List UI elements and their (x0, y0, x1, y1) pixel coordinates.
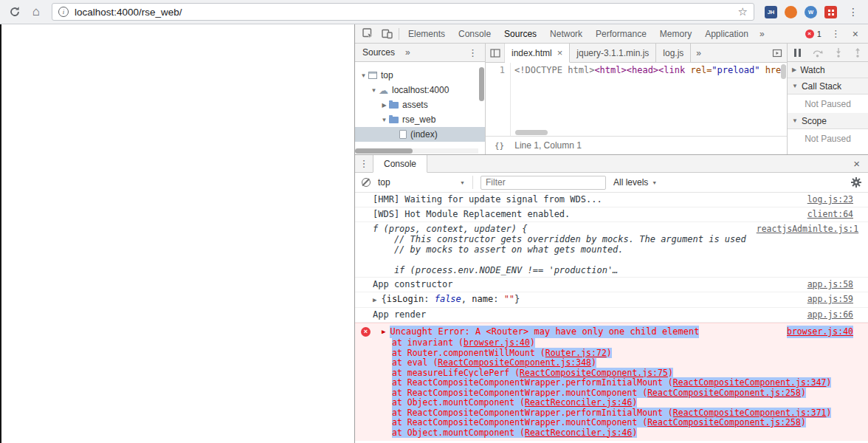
tab-close-icon[interactable]: × (557, 47, 563, 58)
home-button[interactable]: ⌂ (27, 3, 45, 21)
tree-expand-arrow-icon[interactable]: ▼ (370, 87, 378, 94)
devtools-tab-console[interactable]: Console (452, 24, 497, 43)
editor-tab-jquery-3-1-1-min-js[interactable]: jquery-3.1.1.min.js (570, 44, 656, 62)
tree-item-top[interactable]: ▼top (355, 68, 485, 83)
extension-icon-3[interactable]: W (805, 6, 817, 18)
devtools-close-icon[interactable]: × (846, 28, 865, 40)
comma: , (461, 294, 472, 304)
devtools-tab-network[interactable]: Network (543, 24, 589, 43)
message-source-link[interactable]: app.js:59 (807, 294, 853, 305)
extension-icon-1[interactable]: JH (765, 6, 777, 18)
tree-expand-arrow-icon[interactable]: ▼ (359, 72, 368, 79)
navigator-horizontal-scrollbar[interactable] (355, 148, 478, 154)
device-toolbar-button[interactable] (377, 24, 396, 43)
stack-source-link[interactable]: ReactCompositeComponent.js:75 (520, 368, 668, 378)
address-bar[interactable]: i localhost:4000/rse_web/ ☆ (52, 3, 754, 21)
tree-expand-arrow-icon[interactable]: ▶ (380, 102, 388, 109)
log-level-selector[interactable]: All levels ▼ (613, 177, 657, 188)
stack-source-link[interactable]: ReactCompositeComponent.js:258 (647, 388, 801, 398)
editor-tab-label: log.js (663, 48, 683, 58)
expander-icon[interactable]: ▶ (373, 296, 376, 303)
console-filter-input[interactable] (480, 176, 606, 190)
message-source-link[interactable]: log.js:23 (807, 194, 853, 205)
inspect-element-button[interactable] (358, 24, 377, 43)
debugger-section-watch[interactable]: ▶Watch (788, 62, 868, 78)
devtools-tab-application[interactable]: Application (698, 24, 755, 43)
drawer-menu-icon[interactable]: ⋮ (355, 155, 373, 172)
navigator-vertical-scrollbar[interactable] (479, 63, 484, 148)
message-text: App constructor (373, 279, 797, 290)
toggle-navigator-button[interactable] (486, 44, 505, 62)
pause-button[interactable] (794, 49, 801, 57)
stack-source-link[interactable]: ReactCompositeComponent.js:371 (673, 408, 827, 418)
stack-source-link[interactable]: Router.js:72 (545, 348, 607, 358)
message-text: [HMR] Waiting for update signal from WDS… (373, 194, 797, 205)
navigator-more-tabs-icon[interactable]: » (405, 47, 410, 58)
step-into-icon (835, 48, 842, 58)
extension-icon-4[interactable] (824, 6, 837, 18)
tree-item-rse-web[interactable]: ▼rse_web (355, 112, 485, 127)
tree-item-assets[interactable]: ▶assets (355, 97, 485, 112)
editor-tab-index-html[interactable]: index.html× (505, 44, 570, 63)
scrollbar-thumb[interactable] (515, 130, 548, 135)
stack-source-link[interactable]: ReactReconciler.js:46 (525, 397, 632, 408)
editor-overflow-button[interactable] (768, 44, 787, 62)
editor-horizontal-scrollbar[interactable] (515, 130, 548, 135)
step-into-button[interactable] (835, 48, 842, 58)
pretty-print-button[interactable]: {} (495, 141, 504, 151)
navigator-menu-icon[interactable]: ⋮ (468, 47, 478, 58)
more-panels-icon[interactable]: » (755, 29, 769, 39)
drawer-tab-console[interactable]: Console (373, 155, 427, 173)
tree-item-index[interactable]: (index) (355, 127, 485, 142)
scrollbar-thumb[interactable] (479, 67, 484, 101)
editor-tab-log-js[interactable]: log.js (656, 44, 691, 62)
reload-button[interactable] (6, 3, 24, 21)
clear-console-icon[interactable] (362, 178, 371, 187)
chevron-down-icon: ▼ (652, 180, 657, 185)
error-count-badge[interactable]: × 1 (801, 30, 826, 38)
message-source-link[interactable]: app.js:58 (807, 279, 853, 290)
stack-frame-text: ) (827, 377, 832, 388)
bookmark-star-icon[interactable]: ☆ (738, 5, 748, 18)
drawer-close-icon[interactable]: × (845, 155, 868, 172)
tree-item-localhost-4000[interactable]: ▼☁localhost:4000 (355, 83, 485, 97)
page-info-icon[interactable]: i (58, 7, 69, 17)
sources-panel: Sources » ⋮ ▼top▼☁localhost:4000▶assets▼… (355, 44, 868, 154)
message-source-link[interactable]: reactjsAdminlte.js:1 (757, 224, 858, 235)
context-selector[interactable]: top ▼ (378, 177, 465, 188)
console-drawer: ⋮ Console × top ▼ All levels ▼ (355, 154, 868, 443)
stack-source-link[interactable]: browser.js:40 (464, 337, 530, 348)
message-source-link[interactable]: browser.js:40 (787, 326, 853, 338)
stack-source-link[interactable]: ReactCompositeComponent.js:348 (438, 357, 591, 368)
editor-vertical-scrollbar[interactable] (781, 64, 786, 79)
devtools-tab-memory[interactable]: Memory (653, 24, 698, 43)
devtools-menu-icon[interactable]: ⋮ (826, 28, 846, 39)
stack-frame: at eval (ReactCompositeComponent.js:348) (392, 358, 853, 368)
step-out-button[interactable] (854, 48, 861, 58)
devtools-tab-elements[interactable]: Elements (402, 24, 452, 43)
stack-frame-text: ) (632, 427, 637, 438)
scrollbar-thumb[interactable] (355, 148, 413, 154)
stack-frame-text: at Router.componentWillMount ( (392, 348, 545, 358)
step-over-button[interactable] (813, 48, 823, 58)
devtools-toolbar: ElementsConsoleSourcesNetworkPerformance… (355, 24, 868, 44)
chrome-menu-button[interactable]: ⋮ (844, 3, 862, 21)
expander-icon[interactable]: ▶ (382, 326, 385, 338)
scrollbar-thumb[interactable] (781, 64, 786, 79)
message-source-link[interactable]: app.js:66 (807, 309, 853, 320)
code-editor[interactable]: 1 <!DOCTYPE html><html><head><link rel="… (486, 63, 787, 136)
navigator-tab-sources[interactable]: Sources (362, 47, 395, 58)
devtools-tab-performance[interactable]: Performance (589, 24, 653, 43)
stack-source-link[interactable]: ReactCompositeComponent.js:347 (673, 377, 827, 388)
debugger-section-scope[interactable]: ▼Scope (788, 113, 868, 129)
message-source-link[interactable]: client:64 (807, 209, 853, 220)
console-settings-button[interactable] (851, 177, 861, 188)
stack-source-link[interactable]: ReactReconciler.js:46 (525, 427, 632, 438)
extension-icon-2[interactable] (785, 6, 797, 18)
devtools-tab-sources[interactable]: Sources (497, 24, 543, 43)
stack-source-link[interactable]: ReactCompositeComponent.js:258 (647, 417, 801, 427)
editor-more-tabs-icon[interactable]: » (691, 44, 706, 62)
debugger-section-call-stack[interactable]: ▼Call Stack (788, 78, 868, 95)
tree-expand-arrow-icon[interactable]: ▼ (380, 117, 388, 123)
navigator-header: Sources » ⋮ (355, 44, 485, 62)
